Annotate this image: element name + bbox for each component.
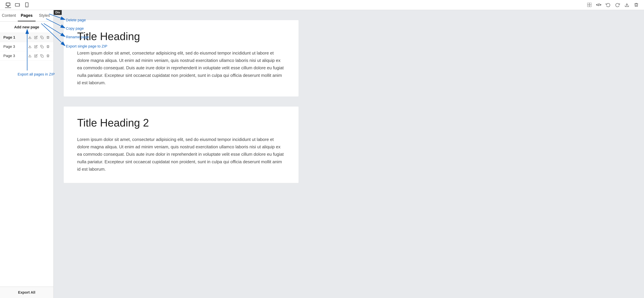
page-item[interactable]: Page 1 [0,33,53,42]
page-item[interactable]: Page 3 [0,51,53,61]
svg-rect-17 [42,56,44,57]
copy-page-icon[interactable] [40,45,44,49]
svg-rect-9 [587,5,589,7]
main-layout: Content Pages Styles Add new page Page 1 [0,10,644,298]
delete-page-icon[interactable] [46,54,50,58]
page-item[interactable]: Page 3 [0,42,53,51]
block-text-2: Lorem ipsum dolor sit amet, consectetur … [77,136,285,173]
add-new-page-button[interactable]: Add new page [0,22,53,33]
device-switcher [5,2,30,8]
svg-rect-15 [42,46,44,48]
download-icon[interactable] [624,2,630,8]
tab-content[interactable]: Content [0,10,18,21]
block-title-2: Title Heading 2 [77,117,285,129]
code-icon[interactable]: </> [596,2,602,8]
export-page-icon[interactable] [28,54,32,58]
export-all-button[interactable]: Export All [0,286,53,298]
copy-page-icon[interactable] [40,54,44,58]
div-badge: Div [54,10,62,15]
tablet-portrait-icon[interactable] [24,2,30,8]
block-text-1: Lorem ipsum dolor sit amet, consectetur … [77,49,285,86]
redo-icon[interactable] [615,2,620,8]
page-item-name: Page 1 [3,35,15,40]
svg-rect-8 [590,3,591,5]
block-title-1: Title Heading [77,30,285,43]
rename-page-icon[interactable] [34,45,38,49]
top-bar: </> [0,0,644,10]
page-item-actions [28,54,50,58]
svg-rect-0 [6,3,10,6]
desktop-icon[interactable] [5,2,11,8]
sidebar: Content Pages Styles Add new page Page 1 [0,10,54,298]
sidebar-tabs: Content Pages Styles [0,10,53,22]
tab-styles[interactable]: Styles [36,10,53,21]
tablet-landscape-icon[interactable] [14,2,20,8]
svg-rect-10 [590,5,591,7]
svg-rect-13 [42,37,44,39]
page-item-name: Page 3 [3,45,15,49]
delete-page-icon[interactable] [46,45,50,49]
content-block-2: Title Heading 2 Lorem ipsum dolor sit am… [64,107,298,183]
export-page-icon[interactable] [28,45,32,49]
undo-icon[interactable] [606,2,611,8]
select-icon[interactable] [587,2,592,8]
page-list: Page 1 Page [0,33,53,286]
tab-pages[interactable]: Pages [18,10,36,21]
delete-page-icon[interactable] [46,35,50,40]
trash-icon[interactable] [634,2,639,8]
rename-page-icon[interactable] [34,54,38,58]
copy-page-icon[interactable] [40,35,44,40]
page-item-actions [28,45,50,49]
content-area: Div Title Heading Lorem ipsum dolor sit … [54,10,644,298]
page-item-actions [28,35,50,40]
content-block-1: Title Heading Lorem ipsum dolor sit amet… [64,20,298,97]
page-item-name: Page 3 [3,54,15,58]
svg-rect-7 [587,3,589,5]
top-bar-actions: </> [587,2,639,8]
rename-page-icon[interactable] [34,35,38,40]
export-page-icon[interactable] [28,35,32,40]
